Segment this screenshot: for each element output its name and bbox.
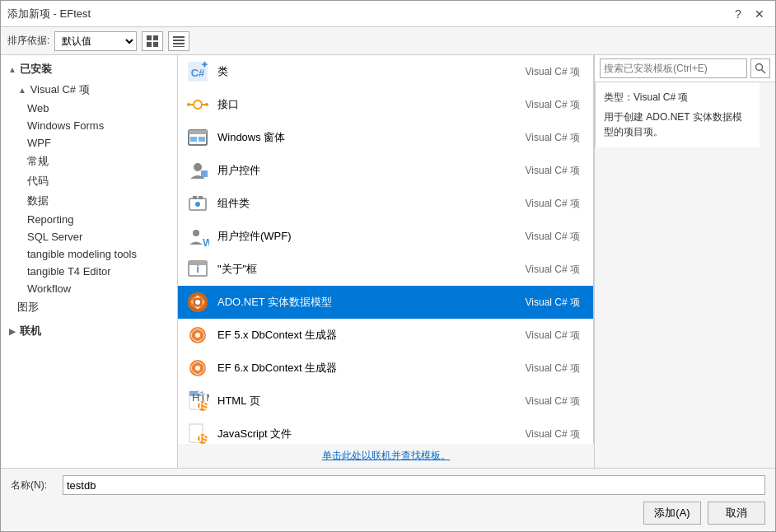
vcsharp-label: Visual C# 项: [30, 83, 90, 96]
sidebar-item-reporting[interactable]: Reporting: [1, 211, 177, 228]
html-icon: HTML <> JS: [185, 388, 211, 414]
svg-point-36: [195, 366, 200, 371]
list-item-class[interactable]: C# ✦ 类 Visual C# 项: [178, 55, 593, 88]
sidebar-item-sql-server[interactable]: SQL Server: [1, 228, 177, 245]
sidebar-item-visual-csharp[interactable]: ▲ Visual C# 项: [1, 80, 177, 100]
list-item-windows-form[interactable]: Windows 窗体 Visual C# 项: [178, 121, 593, 154]
html-name: HTML 页: [217, 394, 526, 408]
list-item-user-control-wpf[interactable]: WPF 用户控件(WPF) Visual C# 项: [178, 220, 593, 253]
sidebar-item-web[interactable]: Web: [1, 100, 177, 117]
tangible-t4-label: tangible T4 Editor: [27, 265, 111, 278]
component-category: Visual C# 项: [526, 197, 587, 211]
list-item-js[interactable]: JS JavaScript 文件 Visual C# 项: [178, 418, 593, 444]
svg-rect-21: [201, 170, 208, 177]
graphics-label: 图形: [17, 301, 39, 313]
search-input[interactable]: [600, 58, 747, 78]
info-panel: 类型：Visual C# 项 用于创建 ADO.NET 实体数据模型的项目项。: [595, 82, 760, 147]
sidebar-item-tangible-modeling[interactable]: tangible modeling tools: [1, 245, 177, 263]
name-label: 名称(N):: [11, 478, 56, 492]
sidebar-item-windows-forms[interactable]: Windows Forms: [1, 117, 177, 134]
dialog: 添加新项 - EFtest ? ✕ 排序依据: 默认值 名称 类型: [0, 0, 776, 532]
add-button[interactable]: 添加(A): [643, 502, 701, 525]
info-description: 用于创建 ADO.NET 实体数据模型的项目项。: [604, 110, 751, 139]
sidebar-item-code[interactable]: 代码: [1, 171, 177, 191]
title-bar-controls: ? ✕: [729, 5, 769, 23]
svg-rect-24: [199, 196, 203, 199]
sidebar-section-online[interactable]: ▶ 联机: [1, 320, 177, 342]
svg-point-11: [194, 100, 202, 109]
svg-rect-2: [147, 42, 152, 47]
component-name: 组件类: [217, 196, 526, 211]
user-control-wpf-name: 用户控件(WPF): [217, 229, 526, 244]
sidebar-item-graphics[interactable]: 图形: [1, 297, 177, 317]
sidebar-item-tangible-t4[interactable]: tangible T4 Editor: [1, 263, 177, 280]
js-name: JavaScript 文件: [217, 427, 526, 441]
ef5-icon: [185, 322, 211, 348]
help-button[interactable]: ?: [729, 5, 747, 23]
list-view-button[interactable]: [168, 31, 189, 51]
online-label: 联机: [20, 324, 41, 338]
sidebar-item-data[interactable]: 数据: [1, 191, 177, 211]
name-input[interactable]: [63, 475, 765, 495]
search-bar: [595, 55, 775, 82]
sort-label: 排序依据:: [7, 34, 49, 48]
item-list: C# ✦ 类 Visual C# 项: [178, 55, 594, 444]
svg-point-34: [195, 333, 200, 338]
ef6-icon: [185, 355, 211, 381]
svg-point-32: [195, 300, 200, 305]
ado-net-edm-name: ADO.NET 实体数据模型: [217, 295, 526, 310]
online-template-link[interactable]: 单击此处以联机并查找模板。: [322, 450, 451, 461]
sql-server-label: SQL Server: [27, 231, 82, 243]
about-category: Visual C# 项: [526, 263, 587, 277]
list-item-about[interactable]: i "关于"框 Visual C# 项: [178, 253, 593, 286]
sidebar: ▲ 已安装 ▲ Visual C# 项 Web Windows Forms WP…: [1, 55, 178, 468]
interface-icon: [185, 91, 211, 118]
svg-text:JS: JS: [196, 432, 209, 444]
tangible-modeling-label: tangible modeling tools: [27, 248, 137, 260]
svg-rect-3: [153, 42, 158, 47]
svg-rect-0: [147, 35, 152, 40]
name-row: 名称(N):: [11, 475, 765, 495]
ef5-name: EF 5.x DbContext 生成器: [217, 328, 526, 343]
ef5-category: Visual C# 项: [526, 329, 587, 343]
class-icon: C# ✦: [185, 58, 211, 85]
grid-view-button[interactable]: [142, 31, 163, 51]
list-item-html[interactable]: HTML <> JS HTML 页 Visual C# 项: [178, 385, 593, 418]
svg-rect-19: [199, 137, 205, 142]
dialog-title: 添加新项 - EFtest: [7, 7, 91, 21]
installed-expand-icon: ▲: [7, 65, 17, 74]
about-icon: i: [185, 256, 211, 282]
ef6-name: EF 6.x DbContext 生成器: [217, 361, 526, 376]
toolbar: 排序依据: 默认值 名称 类型: [1, 27, 775, 55]
cancel-button[interactable]: 取消: [708, 502, 765, 525]
windows-form-icon: [185, 124, 211, 151]
sidebar-item-normal[interactable]: 常规: [1, 152, 177, 171]
workflow-label: Workflow: [27, 282, 71, 295]
title-bar: 添加新项 - EFtest ? ✕: [1, 1, 775, 27]
sidebar-item-workflow[interactable]: Workflow: [1, 280, 177, 297]
interface-name: 接口: [217, 97, 526, 112]
close-button[interactable]: ✕: [750, 5, 769, 23]
list-item-ef6[interactable]: EF 6.x DbContext 生成器 Visual C# 项: [178, 352, 593, 385]
svg-text:JS: JS: [196, 399, 209, 412]
windows-forms-label: Windows Forms: [27, 119, 104, 132]
svg-rect-17: [189, 130, 207, 134]
reporting-label: Reporting: [27, 213, 73, 226]
list-item-ef5[interactable]: EF 5.x DbContext 生成器 Visual C# 项: [178, 319, 593, 352]
web-label: Web: [27, 102, 49, 114]
list-item-ado-net-edm[interactable]: ADO.NET 实体数据模型 Visual C# 项: [178, 286, 593, 319]
sidebar-item-wpf[interactable]: WPF: [1, 134, 177, 152]
svg-rect-7: [173, 46, 185, 47]
list-item-interface[interactable]: 接口 Visual C# 项: [178, 88, 593, 121]
sort-select[interactable]: 默认值 名称 类型: [54, 31, 137, 51]
svg-rect-5: [173, 40, 185, 41]
link-row: 单击此处以联机并查找模板。: [178, 444, 594, 468]
search-button[interactable]: [750, 58, 770, 78]
svg-text:✦: ✦: [200, 60, 209, 71]
right-panel: 类型：Visual C# 项 用于创建 ADO.NET 实体数据模型的项目项。: [594, 55, 775, 468]
normal-label: 常规: [27, 155, 49, 167]
svg-line-48: [762, 70, 766, 74]
sidebar-section-installed[interactable]: ▲ 已安装: [1, 58, 177, 80]
list-item-user-control[interactable]: 用户控件 Visual C# 项: [178, 154, 593, 187]
list-item-component[interactable]: 组件类 Visual C# 项: [178, 187, 593, 220]
